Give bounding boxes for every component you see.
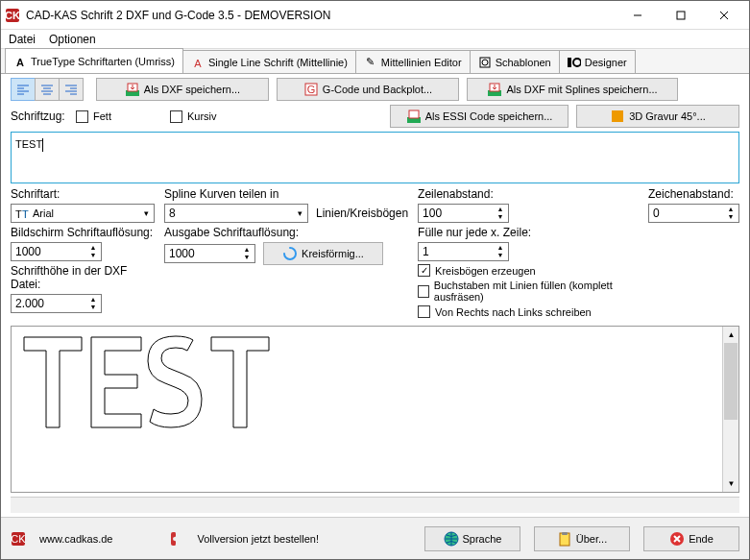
text-input[interactable]: TEST <box>11 132 739 183</box>
preview-scrollbar[interactable]: ▲ ▼ <box>722 327 738 492</box>
tabbar: A TrueType Schriftarten (Umriss) A Singl… <box>1 49 749 74</box>
save-spline-button[interactable]: Als DXF mit Splines speichern... <box>467 78 678 101</box>
scroll-thumb[interactable] <box>724 343 738 420</box>
font-label: Schriftart: <box>11 187 155 201</box>
arcs-checkbox[interactable]: Kreisbögen erzeugen <box>418 264 639 277</box>
gcode-icon: G <box>303 82 319 97</box>
align-center-button[interactable] <box>35 78 60 101</box>
tab-designer[interactable]: Designer <box>559 50 636 73</box>
svg-text:A: A <box>16 57 24 67</box>
tab-editor[interactable]: ✎ Mittellinien Editor <box>355 50 471 73</box>
save-dxf-button[interactable]: Als DXF speichern... <box>96 78 269 101</box>
schriftzug-label: Schriftzug: <box>11 110 68 123</box>
content: Als DXF speichern... G G-Code und Backpl… <box>1 74 749 517</box>
tab-label: Schablonen <box>496 57 551 68</box>
save-essi-button[interactable]: Als ESSI Code speichern... <box>390 105 569 128</box>
save-icon <box>487 82 502 97</box>
svg-text:G: G <box>307 84 316 95</box>
fill-label: Fülle nur jede x. Zeile: <box>418 226 639 239</box>
template-icon <box>478 56 492 69</box>
svg-text:A: A <box>194 58 202 68</box>
app-icon: CK <box>5 8 20 23</box>
fill-letters-checkbox[interactable]: Buchstaben mit Linien füllen (komplett a… <box>418 280 639 303</box>
gravur-button[interactable]: 3D Gravur 45°... <box>576 105 739 128</box>
preview-scrollbar-h[interactable] <box>11 497 739 513</box>
spline-combo[interactable]: 8▾ <box>164 204 308 223</box>
font-combo[interactable]: TTArial ▾ <box>11 204 155 223</box>
output-res-input[interactable]: 1000▲▼ <box>164 244 255 263</box>
menubar: Datei Optionen <box>1 30 749 49</box>
website-link[interactable]: www.cadkas.de <box>39 533 112 545</box>
align-right-button[interactable] <box>59 78 84 101</box>
pencil-icon: ✎ <box>364 56 377 69</box>
height-label: Schrifthöhe in der DXF Datei: <box>11 264 155 291</box>
about-button[interactable]: Über... <box>534 526 630 551</box>
line-spacing-input[interactable]: 100▲▼ <box>418 204 509 223</box>
app-icon: CK <box>11 531 26 547</box>
preview-area: ▲ ▼ <box>11 326 739 493</box>
chevron-down-icon: ▾ <box>292 208 307 218</box>
bold-checkbox[interactable]: Fett <box>76 110 162 123</box>
italic-checkbox[interactable]: Kursiv <box>170 110 276 123</box>
end-button[interactable]: Ende <box>643 526 739 551</box>
svg-text:CK: CK <box>11 533 26 545</box>
minimize-button[interactable] <box>616 2 659 29</box>
svg-rect-31 <box>409 110 419 118</box>
clipboard-icon <box>557 531 572 547</box>
svg-point-11 <box>573 59 581 66</box>
spline-label: Spline Kurven teilen in <box>164 187 408 201</box>
svg-text:T: T <box>15 208 22 220</box>
tab-label: Designer <box>585 57 627 68</box>
save-icon <box>125 82 140 97</box>
circular-button[interactable]: Kreisförmig... <box>263 242 383 265</box>
spinner-icon <box>282 246 298 261</box>
char-spacing-input[interactable]: 0▲▼ <box>648 204 739 223</box>
char-spacing-label: Zeichenabstand: <box>648 187 739 201</box>
height-input[interactable]: 2.000▲▼ <box>11 294 102 313</box>
designer-icon <box>568 56 581 69</box>
tab-label: TrueType Schriftarten (Umriss) <box>31 56 175 67</box>
phone-icon <box>168 531 183 547</box>
svg-rect-10 <box>568 58 571 67</box>
menu-options[interactable]: Optionen <box>49 33 96 46</box>
screen-res-input[interactable]: 1000▲▼ <box>11 242 102 261</box>
menu-file[interactable]: Datei <box>9 33 36 46</box>
close-icon <box>669 531 685 547</box>
align-left-button[interactable] <box>11 78 36 101</box>
footer: CK www.cadkas.de Vollversion jetzt beste… <box>1 517 749 559</box>
language-button[interactable]: Sprache <box>424 526 520 551</box>
svg-rect-3 <box>677 12 685 19</box>
maximize-button[interactable] <box>659 2 702 29</box>
globe-icon <box>444 531 459 547</box>
titlebar: CK CAD-KAS Schrift 2 DXF und G-Code 3.5 … <box>1 1 749 30</box>
tab-templates[interactable]: Schablonen <box>470 50 560 73</box>
gcode-button[interactable]: G G-Code und Backplot... <box>277 78 459 101</box>
tab-label: Single Line Schrift (Mittellinie) <box>208 57 348 68</box>
scroll-down-icon: ▼ <box>723 475 739 492</box>
svg-rect-32 <box>612 110 623 122</box>
gravur-icon <box>610 109 625 124</box>
scroll-up-icon: ▲ <box>723 327 739 343</box>
window-title: CAD-KAS Schrift 2 DXF und G-Code 3.5 - D… <box>26 9 616 22</box>
svg-point-9 <box>482 60 488 65</box>
rtl-checkbox[interactable]: Von Rechts nach Links schreiben <box>418 305 639 318</box>
tab-singleline[interactable]: A Single Line Schrift (Mittellinie) <box>182 50 356 73</box>
font-a-icon: A <box>191 56 205 69</box>
fill-input[interactable]: 1▲▼ <box>418 242 509 261</box>
tab-truetype[interactable]: A TrueType Schriftarten (Umriss) <box>5 48 183 73</box>
svg-text:CK: CK <box>5 10 20 21</box>
output-res-label: Ausgabe Schriftauflösung: <box>164 226 408 239</box>
close-button[interactable] <box>702 2 745 29</box>
tab-label: Mittellinien Editor <box>381 57 462 68</box>
chevron-down-icon: ▾ <box>138 208 154 218</box>
order-link[interactable]: Vollversion jetzt bestellen! <box>197 533 319 545</box>
save-icon <box>406 109 422 124</box>
screen-res-label: Bildschirm Schriftauflösung: <box>11 226 155 239</box>
line-spacing-label: Zeilenabstand: <box>418 187 639 201</box>
svg-rect-39 <box>562 532 568 535</box>
font-a-icon: A <box>13 55 27 68</box>
svg-text:T: T <box>22 208 29 220</box>
